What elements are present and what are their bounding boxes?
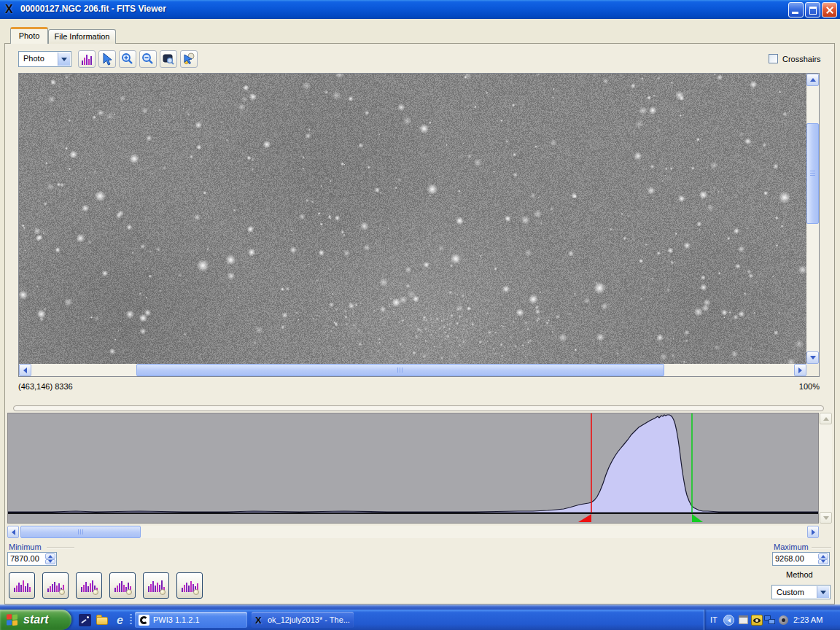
sparkle-badge-icon [193,589,199,595]
clock[interactable]: 2:23 AM [793,615,822,624]
task-label: PWI3 1.1.2.1 [153,615,200,624]
eye-tray-icon[interactable] [751,615,763,626]
chevron-down-icon [61,58,67,61]
scroll-down-icon [823,516,829,520]
histogram-scroll-down-button[interactable] [820,512,832,524]
histogram-plot[interactable] [8,413,818,523]
tab-photo[interactable]: Photo [10,27,48,44]
start-button[interactable]: start [0,610,71,630]
language-indicator[interactable]: IT [710,615,718,624]
identify-tool-button[interactable] [180,50,198,68]
zoom-out-icon [141,52,155,66]
splitter-handle[interactable] [13,405,824,411]
spin-up-icon [821,555,825,558]
start-label: start [23,613,49,626]
crosshairs-label: Crosshairs [782,55,821,63]
minimum-label: Minimum [9,542,42,551]
restore-button[interactable] [805,2,820,18]
sparkle-badge-icon [93,589,98,595]
photo-hscroll-thumb[interactable] [136,364,664,376]
mode-select-value: Photo [23,54,44,63]
sparkle-badge-icon [160,589,166,595]
method-label: Method [786,570,813,579]
minimize-icon [792,12,798,14]
task-button-thesky[interactable]: X ok_12july2013* - The... [252,612,354,628]
taskbar: start e PWI3 1.1.2.1 X ok_12july2013* - … [0,610,840,630]
window-bottom-border [0,604,840,610]
zoom-level-readout: 100% [780,382,820,391]
scroll-down-icon [810,356,816,359]
chevron-left-icon [728,618,731,623]
zoom-out-button[interactable] [139,50,157,68]
network-tray-icon[interactable] [764,615,776,626]
photo-viewport [18,73,820,377]
restore-icon [809,7,817,15]
histogram-hscroll-track[interactable] [7,526,819,538]
histogram-preset-3-button[interactable] [76,572,102,599]
title-bar[interactable]: X 00000127.NGC 206.fit - FITS Viewer [0,0,840,19]
histogram-preset-row [9,572,203,599]
zoom-in-button[interactable] [119,50,136,68]
histogram-icon [82,54,92,65]
minimize-button[interactable] [788,2,804,18]
histogram-preset-2-button[interactable] [42,572,69,599]
window-tray-icon[interactable] [738,615,750,626]
minimum-spin-up-button[interactable] [45,553,55,559]
scrollbar-corner [806,364,819,376]
histogram-vscroll-track[interactable] [820,413,832,524]
cursor-coords-readout: (463,146) 8336 [18,382,73,391]
histogram-hscroll-thumb[interactable] [20,526,141,538]
photo-scroll-right-button[interactable] [794,364,806,376]
zoom-window-button[interactable] [160,50,177,68]
minimum-spinbox [7,552,57,566]
method-select[interactable]: Custom [771,585,831,599]
photo-vscroll-thumb[interactable] [806,123,819,224]
histogram-scroll-up-button[interactable] [820,413,832,424]
select-tool-button[interactable] [98,50,116,68]
histogram-scroll-right-button[interactable] [807,526,819,538]
minimum-input[interactable] [10,553,42,564]
task-button-pwi3[interactable]: PWI3 1.1.2.1 [135,612,247,628]
minimum-spin-down-button[interactable] [45,559,55,565]
window-title: 00000127.NGC 206.fit - FITS Viewer [20,4,166,14]
histogram-preset-5-button[interactable] [143,572,169,599]
planetarium-quicklaunch-icon[interactable] [79,614,91,626]
scroll-left-icon [12,529,15,535]
photo-scroll-down-button[interactable] [806,351,819,364]
maximum-spin-up-button[interactable] [818,553,828,559]
spin-down-icon [821,560,825,563]
histogram-scroll-left-button[interactable] [7,526,19,538]
folder-icon[interactable] [96,614,109,626]
histogram-preset-4-button[interactable] [109,572,136,599]
internet-explorer-icon[interactable]: e [114,614,126,626]
close-button[interactable] [822,2,837,18]
method-select-arrow[interactable] [817,586,829,598]
histogram-icon [14,580,31,592]
scroll-left-icon [23,368,27,373]
histogram-panel[interactable] [7,413,819,524]
maximum-label: Maximum [774,542,809,551]
fits-viewer-window: X 00000127.NGC 206.fit - FITS Viewer Pho… [0,0,840,630]
mode-select-arrow[interactable] [58,52,70,66]
scroll-right-icon [798,368,802,373]
tab-file-information[interactable]: File Information [48,29,116,44]
photo-scroll-up-button[interactable] [806,74,819,86]
maximum-input[interactable] [775,553,807,564]
histogram-preset-6-button[interactable] [176,572,203,599]
tray-collapse-button[interactable] [723,615,734,626]
histogram-button[interactable] [78,50,96,68]
mode-select[interactable]: Photo [18,51,71,67]
windows-flag-icon [7,613,19,626]
system-tray: IT 2:23 AM [704,610,840,630]
spin-down-icon [48,560,52,563]
photo-scroll-left-button[interactable] [19,364,31,376]
webcam-tray-icon[interactable] [778,615,790,626]
crosshairs-checkbox[interactable] [769,54,778,63]
task-label: ok_12july2013* - The... [268,615,350,624]
identify-cursor-icon [182,52,195,66]
maximum-spin-down-button[interactable] [818,559,828,565]
app-x-icon: X [5,3,18,15]
photo-canvas[interactable] [19,74,806,364]
histogram-preset-1-button[interactable] [9,572,35,599]
thesky-x-icon: X [255,615,264,626]
